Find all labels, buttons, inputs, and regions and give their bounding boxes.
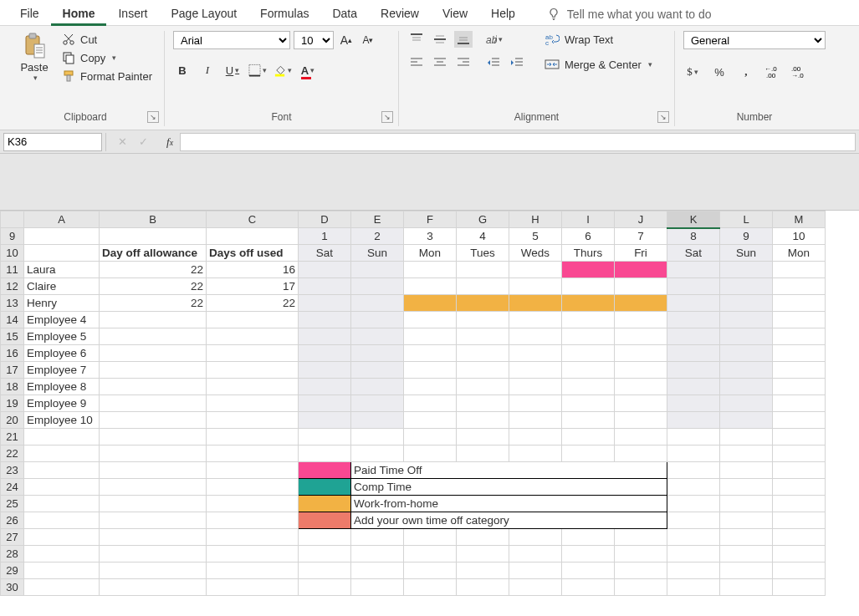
allowance-value[interactable] — [100, 379, 207, 395]
row-header-29[interactable]: 29 — [1, 563, 24, 579]
day-cell[interactable] — [667, 328, 720, 345]
day-cell[interactable] — [299, 379, 351, 395]
day-cell[interactable] — [509, 262, 562, 278]
menu-tab-review[interactable]: Review — [369, 3, 431, 26]
day-name[interactable]: Mon — [404, 245, 457, 262]
cell[interactable] — [720, 546, 773, 563]
dialog-launcher-icon[interactable]: ↘ — [381, 111, 393, 123]
cell[interactable] — [720, 429, 773, 445]
day-cell[interactable] — [667, 412, 720, 429]
allowance-value[interactable]: 22 — [100, 295, 207, 312]
day-number[interactable]: 5 — [509, 228, 562, 245]
day-cell[interactable] — [562, 262, 615, 278]
menu-tab-data[interactable]: Data — [320, 3, 369, 26]
legend-label[interactable]: Add your own time off category — [351, 512, 667, 529]
cell[interactable] — [100, 496, 207, 512]
cell[interactable] — [299, 579, 351, 596]
decrease-font-icon[interactable]: A▾ — [359, 31, 377, 49]
cell[interactable] — [457, 563, 509, 579]
allowance-value[interactable]: 22 — [100, 262, 207, 278]
day-cell[interactable] — [351, 412, 404, 429]
cell[interactable] — [100, 228, 207, 245]
cell[interactable] — [720, 462, 773, 479]
col-header-J[interactable]: J — [615, 211, 667, 228]
decrease-decimal-button[interactable]: .00→.0 — [790, 63, 809, 81]
col-header-K[interactable]: K — [667, 211, 720, 228]
cancel-formula-icon[interactable]: ✕ — [118, 135, 127, 148]
cell[interactable] — [351, 445, 404, 462]
employee-name[interactable]: Employee 6 — [24, 345, 100, 362]
day-name[interactable]: Tues — [457, 245, 509, 262]
day-cell[interactable] — [299, 262, 351, 278]
bold-button[interactable]: B — [173, 61, 192, 79]
day-cell[interactable] — [667, 362, 720, 379]
cell[interactable] — [720, 496, 773, 512]
day-cell[interactable] — [615, 312, 667, 328]
select-all-corner[interactable] — [1, 211, 24, 228]
day-cell[interactable] — [615, 328, 667, 345]
allowance-value[interactable] — [100, 328, 207, 345]
cell[interactable] — [773, 512, 826, 529]
cell[interactable] — [24, 563, 100, 579]
day-cell[interactable] — [562, 312, 615, 328]
day-cell[interactable] — [615, 278, 667, 295]
row-header-12[interactable]: 12 — [1, 278, 24, 295]
day-cell[interactable] — [509, 412, 562, 429]
comma-format-button[interactable]: , — [737, 63, 755, 81]
cell[interactable] — [667, 546, 720, 563]
day-cell[interactable] — [615, 295, 667, 312]
used-value[interactable] — [207, 312, 299, 328]
day-name[interactable]: Weds — [509, 245, 562, 262]
employee-name[interactable]: Employee 4 — [24, 312, 100, 328]
enter-formula-icon[interactable]: ✓ — [139, 135, 148, 148]
col-header-L[interactable]: L — [720, 211, 773, 228]
used-value[interactable]: 16 — [207, 262, 299, 278]
col-header-G[interactable]: G — [457, 211, 509, 228]
cell[interactable] — [100, 579, 207, 596]
used-value[interactable]: 22 — [207, 295, 299, 312]
day-cell[interactable] — [351, 262, 404, 278]
formula-input[interactable] — [180, 133, 856, 151]
day-number[interactable]: 8 — [667, 228, 720, 245]
day-cell[interactable] — [457, 395, 509, 412]
cell[interactable] — [24, 445, 100, 462]
align-middle-icon[interactable] — [431, 31, 449, 48]
used-value[interactable] — [207, 379, 299, 395]
day-cell[interactable] — [509, 379, 562, 395]
cell[interactable] — [562, 529, 615, 546]
cell[interactable] — [615, 429, 667, 445]
cell[interactable] — [773, 546, 826, 563]
day-cell[interactable] — [720, 278, 773, 295]
day-cell[interactable] — [299, 412, 351, 429]
day-cell[interactable] — [773, 278, 826, 295]
row-header-28[interactable]: 28 — [1, 546, 24, 563]
cell[interactable] — [24, 228, 100, 245]
day-cell[interactable] — [720, 262, 773, 278]
cell[interactable] — [100, 429, 207, 445]
cell[interactable] — [720, 563, 773, 579]
cell[interactable] — [24, 479, 100, 496]
increase-indent-icon[interactable] — [508, 54, 526, 71]
cell[interactable] — [100, 479, 207, 496]
legend-label[interactable]: Paid Time Off — [351, 462, 667, 479]
cell[interactable] — [100, 529, 207, 546]
row-header-16[interactable]: 16 — [1, 345, 24, 362]
day-cell[interactable] — [720, 395, 773, 412]
day-cell[interactable] — [509, 328, 562, 345]
day-cell[interactable] — [773, 379, 826, 395]
cell[interactable] — [667, 462, 720, 479]
font-name-select[interactable]: Arial — [173, 31, 290, 49]
font-color-button[interactable]: A▾ — [299, 61, 317, 79]
row-header-11[interactable]: 11 — [1, 262, 24, 278]
fill-color-button[interactable]: ▾ — [274, 61, 292, 79]
day-cell[interactable] — [720, 295, 773, 312]
day-cell[interactable] — [457, 379, 509, 395]
cell[interactable] — [100, 462, 207, 479]
align-bottom-icon[interactable] — [454, 31, 473, 48]
day-cell[interactable] — [404, 379, 457, 395]
col-header-A[interactable]: A — [24, 211, 100, 228]
day-cell[interactable] — [404, 345, 457, 362]
day-cell[interactable] — [667, 395, 720, 412]
day-cell[interactable] — [351, 295, 404, 312]
allowance-value[interactable] — [100, 312, 207, 328]
